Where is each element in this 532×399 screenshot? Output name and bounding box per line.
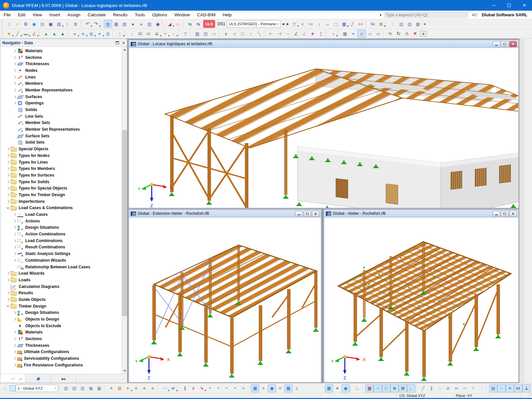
menu-item[interactable]: View bbox=[29, 11, 46, 19]
layers-grid-icon[interactable] bbox=[115, 384, 124, 392]
tree-item[interactable]: Ultimate Configurations bbox=[0, 349, 121, 355]
tree-item[interactable]: Sections bbox=[0, 335, 121, 342]
tree-item[interactable]: Thicknesses bbox=[0, 61, 121, 67]
box-cross-icon[interactable] bbox=[399, 384, 407, 392]
scroll-down-icon[interactable] bbox=[122, 368, 127, 374]
box-star2-icon[interactable] bbox=[95, 384, 103, 392]
resize-grip[interactable] bbox=[527, 393, 532, 398]
viewport-3d-canvas-main[interactable]: X Y Z bbox=[129, 48, 518, 208]
grid-snap-icon[interactable] bbox=[365, 384, 374, 392]
grid-table-icon[interactable] bbox=[341, 30, 349, 38]
box-rotate-icon[interactable] bbox=[70, 384, 78, 392]
node-icon[interactable] bbox=[5, 30, 13, 38]
menu-item[interactable]: Results bbox=[109, 11, 131, 19]
new-model-icon[interactable] bbox=[5, 20, 13, 28]
tree-item[interactable]: Relationship Between Load Cases bbox=[0, 264, 121, 270]
quantities-icon[interactable] bbox=[377, 20, 385, 28]
expand-chevron-icon[interactable] bbox=[12, 312, 17, 314]
clipping-plane-icon[interactable] bbox=[201, 30, 210, 38]
tree-item[interactable]: Member Sets bbox=[0, 120, 121, 126]
square-sel-icon[interactable] bbox=[382, 384, 390, 392]
tree-item[interactable]: Types for Members bbox=[0, 165, 121, 172]
spring-icon[interactable] bbox=[247, 30, 255, 38]
layers-icon[interactable] bbox=[506, 384, 514, 392]
value-xxx-icon[interactable] bbox=[307, 20, 315, 28]
tree-item[interactable]: Member Set Representatives bbox=[0, 126, 121, 133]
tree-item[interactable]: Calculation Diagrams bbox=[0, 283, 121, 290]
dim-xxx2-icon[interactable] bbox=[356, 20, 365, 28]
app-close-button[interactable]: × bbox=[517, 0, 532, 11]
guide-pin-icon[interactable] bbox=[298, 20, 307, 28]
diagonal-icon[interactable] bbox=[255, 30, 263, 38]
expand-chevron-icon[interactable] bbox=[12, 240, 17, 242]
tree-item[interactable]: Loads bbox=[0, 277, 121, 283]
dim-slope-icon[interactable] bbox=[292, 30, 300, 38]
joint-icon[interactable] bbox=[514, 384, 522, 392]
app-maximize-button[interactable] bbox=[501, 0, 517, 11]
view-cube-icon[interactable] bbox=[238, 30, 247, 38]
dim-offset-icon[interactable] bbox=[275, 30, 284, 38]
protractor-icon[interactable] bbox=[329, 30, 337, 38]
print-icon[interactable] bbox=[55, 20, 63, 28]
tree-item[interactable]: Serviceability Configurations bbox=[0, 355, 121, 362]
expand-chevron-icon[interactable] bbox=[12, 259, 17, 261]
expand-chevron-icon[interactable] bbox=[12, 246, 17, 248]
expand-chevron-icon[interactable] bbox=[12, 82, 17, 84]
menu-item[interactable]: Assign bbox=[64, 11, 84, 19]
layers-new-icon[interactable] bbox=[107, 384, 115, 392]
plane-xy-icon[interactable] bbox=[357, 30, 366, 38]
box-side-icon[interactable] bbox=[78, 384, 87, 392]
box-star-icon[interactable] bbox=[62, 384, 70, 392]
viewport-close-button[interactable]: × bbox=[312, 211, 319, 216]
filter-funnel-icon[interactable] bbox=[181, 30, 190, 38]
tree-item[interactable]: Types for Solids bbox=[0, 179, 121, 185]
expand-chevron-icon[interactable] bbox=[12, 89, 17, 91]
menu-item[interactable]: Edit bbox=[14, 11, 29, 19]
surface-icon[interactable] bbox=[70, 30, 79, 38]
undo-icon[interactable] bbox=[83, 20, 92, 28]
solid-icon[interactable] bbox=[79, 30, 87, 38]
results-table-icon[interactable] bbox=[145, 20, 154, 28]
dim-dots-icon[interactable] bbox=[284, 30, 292, 38]
snap-grid2-icon[interactable] bbox=[349, 30, 357, 38]
tree-item[interactable]: Actions bbox=[0, 218, 121, 224]
star-grid-icon[interactable] bbox=[149, 384, 157, 392]
tree-item[interactable]: Types for Lines bbox=[0, 159, 121, 166]
view-box-3-icon[interactable] bbox=[414, 20, 422, 28]
snap-points-icon[interactable] bbox=[325, 384, 333, 392]
tree-item[interactable]: Surface Sets bbox=[0, 133, 121, 139]
hatch-dots-icon[interactable] bbox=[477, 384, 485, 392]
user-cs-icon[interactable] bbox=[1, 384, 10, 392]
viewport-titlebar[interactable]: Global - Locaux logistiques et tertiaire… bbox=[129, 40, 518, 48]
mesh-refinement-icon[interactable] bbox=[95, 30, 104, 38]
tree-item[interactable]: Materials bbox=[0, 48, 121, 54]
tree-item[interactable]: Load Wizards bbox=[0, 270, 121, 277]
expand-chevron-icon[interactable] bbox=[5, 168, 11, 170]
menu-item[interactable]: Options bbox=[149, 11, 171, 19]
menu-item[interactable]: Tools bbox=[131, 11, 148, 19]
perp-icon[interactable] bbox=[293, 384, 301, 392]
expand-chevron-icon[interactable] bbox=[5, 299, 11, 301]
fill-grid-icon[interactable] bbox=[489, 384, 497, 392]
viewport-titlebar[interactable]: Global - Extension Atelier - Rochefort.r… bbox=[129, 210, 321, 217]
table-compact-icon[interactable] bbox=[120, 20, 129, 28]
delete-icon[interactable] bbox=[411, 30, 419, 38]
member-icon[interactable] bbox=[22, 30, 30, 38]
expand-chevron-icon[interactable] bbox=[12, 102, 17, 104]
prev-icon[interactable] bbox=[281, 20, 285, 28]
mirror-icon[interactable] bbox=[403, 30, 411, 38]
star-plan-icon[interactable] bbox=[140, 384, 149, 392]
ellipse-icon[interactable] bbox=[444, 384, 452, 392]
tree-item[interactable]: Load Combinations bbox=[0, 237, 121, 244]
expand-chevron-icon[interactable] bbox=[5, 148, 11, 150]
expand-chevron-icon[interactable] bbox=[5, 207, 11, 208]
scrollbar-thumb[interactable] bbox=[122, 130, 127, 316]
work-plane-icon[interactable] bbox=[166, 20, 174, 28]
curve-4-icon[interactable] bbox=[231, 384, 239, 392]
tree-item[interactable]: Special Objects bbox=[0, 146, 121, 152]
tree-item[interactable]: Design Situations bbox=[0, 310, 121, 316]
opening-icon[interactable] bbox=[87, 30, 95, 38]
expand-chevron-icon[interactable] bbox=[5, 187, 11, 189]
tree-item[interactable]: Member Representatives bbox=[0, 87, 121, 93]
tree-item[interactable]: Timber Design bbox=[0, 303, 121, 310]
